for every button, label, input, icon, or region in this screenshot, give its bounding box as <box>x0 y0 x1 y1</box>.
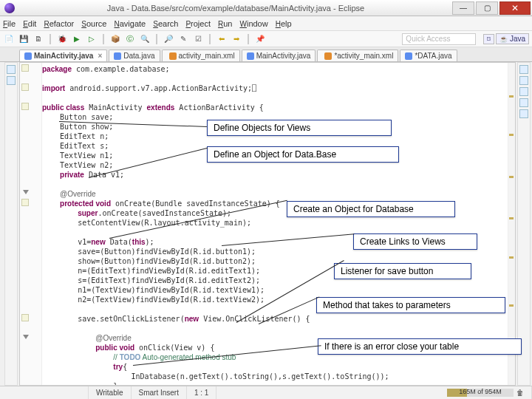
java-file-icon <box>247 52 254 60</box>
perspective-switcher: ⌑ ☕ Java <box>483 33 529 44</box>
fold-marker-icon[interactable] <box>21 103 29 110</box>
run-icon[interactable]: ▶ <box>71 33 83 45</box>
xml-file-icon <box>169 52 177 60</box>
annotation-callout: Create Links to Views <box>353 233 477 250</box>
tab-label: *DATA.java <box>415 52 451 60</box>
package-explorer-icon[interactable] <box>7 65 16 74</box>
forward-icon[interactable]: ➡ <box>231 33 242 45</box>
gc-icon[interactable]: 🗑 <box>516 389 524 397</box>
fold-marker-icon[interactable] <box>21 83 29 91</box>
menu-window[interactable]: Window <box>239 19 267 28</box>
editor-ruler <box>20 63 42 385</box>
back-icon[interactable]: ⬅ <box>216 33 228 45</box>
tab-label: MainActivity.java <box>256 52 311 60</box>
open-perspective-button[interactable]: ⌑ <box>483 34 494 44</box>
fold-marker-icon[interactable] <box>21 199 29 206</box>
debug-icon[interactable]: 🐞 <box>56 33 68 45</box>
status-writable: Writable <box>89 386 132 399</box>
main-toolbar: 📄 💾 🗎 🐞 ▶ ▷ 📦 Ⓒ 🔍 🔎 ✎ ☑ ⬅ ➡ 📌 Quick Acce… <box>0 31 532 47</box>
fold-marker-icon[interactable] <box>21 314 29 321</box>
save-icon[interactable]: 💾 <box>18 33 30 45</box>
status-cursor-pos: 1 : 1 <box>187 386 216 399</box>
menu-search[interactable]: Search <box>153 19 178 28</box>
close-button[interactable]: ✕ <box>499 1 531 15</box>
menu-bar: FileEditRefactorSourceNavigateSearchProj… <box>0 16 532 31</box>
close-tab-icon[interactable]: × <box>98 52 102 60</box>
tab-label: activity_main.xml <box>179 52 235 60</box>
eclipse-logo-icon <box>4 3 15 13</box>
right-trim <box>517 62 531 386</box>
outline-icon[interactable] <box>519 65 528 74</box>
minimize-button[interactable]: — <box>452 1 474 15</box>
java-file-icon <box>114 52 121 60</box>
code-editor[interactable]: package com.example.database; import and… <box>19 62 516 386</box>
editor-tab[interactable]: MainActivity.java <box>242 50 316 61</box>
menu-edit[interactable]: Edit <box>23 19 36 28</box>
editor-tabs: MainActivity.java×Data.javaactivity_main… <box>0 47 532 62</box>
menu-refactor[interactable]: Refactor <box>44 19 74 28</box>
menu-navigate[interactable]: Navigate <box>115 19 146 28</box>
menu-help[interactable]: Help <box>276 19 292 28</box>
open-type-icon[interactable]: 🔍 <box>139 33 151 45</box>
xml-file-icon <box>324 52 332 60</box>
pin-icon[interactable]: 📌 <box>254 33 266 45</box>
override-marker-icon <box>23 190 29 194</box>
java-file-icon <box>405 52 412 60</box>
menu-project[interactable]: Project <box>185 19 211 28</box>
editor-tab[interactable]: MainActivity.java× <box>19 50 107 61</box>
status-bar: Writable Smart Insert 1 : 1 165M of 954M… <box>0 386 532 399</box>
annotation-callout: Listener for save button <box>334 263 471 279</box>
editor-tab[interactable]: Data.java <box>109 50 160 61</box>
menu-file[interactable]: File <box>3 19 16 28</box>
tasklist-icon[interactable] <box>519 76 528 85</box>
annotation-callout: Method that takes to parameters <box>316 297 505 313</box>
editor-tab[interactable]: *activity_main.xml <box>317 50 398 61</box>
java-perspective-button[interactable]: ☕ Java <box>496 33 529 44</box>
window-title: Java - Data.Base/src/com/example/databas… <box>19 4 452 13</box>
title-bar: Java - Data.Base/src/com/example/databas… <box>0 0 532 16</box>
editor-tab[interactable]: activity_main.xml <box>162 50 240 61</box>
quick-access-input[interactable]: Quick Access <box>402 33 476 45</box>
menu-source[interactable]: Source <box>81 19 106 28</box>
annotation-callout: Define Objects for Views <box>207 120 392 136</box>
new-icon[interactable]: 📄 <box>3 33 15 45</box>
menu-run[interactable]: Run <box>218 19 232 28</box>
problems-icon[interactable] <box>519 87 528 96</box>
fold-marker-icon[interactable] <box>21 64 29 72</box>
search-icon[interactable]: 🔎 <box>163 33 174 45</box>
heap-status[interactable]: 165M of 954M 🗑 <box>440 386 532 399</box>
hierarchy-icon[interactable] <box>7 76 16 85</box>
annotation-callout: Define an Object for Data.Base <box>207 146 399 163</box>
code-text[interactable]: package com.example.database; import and… <box>42 64 506 385</box>
tab-label: MainActivity.java <box>34 52 93 60</box>
tab-label: *activity_main.xml <box>334 52 393 60</box>
run-last-icon[interactable]: ▷ <box>86 33 98 45</box>
left-trim <box>4 62 18 386</box>
java-file-icon <box>24 52 32 60</box>
minimize-view-icon[interactable] <box>519 98 528 107</box>
task-icon[interactable]: ☑ <box>192 33 204 45</box>
annotation-callout: Create an Object for Database <box>287 201 455 217</box>
new-package-icon[interactable]: 📦 <box>109 33 121 45</box>
overview-ruler <box>508 63 515 385</box>
tab-label: Data.java <box>123 52 154 60</box>
override-marker-icon <box>23 335 29 339</box>
annotation-callout: If there is an error close your table <box>318 338 522 355</box>
status-insert-mode: Smart Insert <box>132 386 187 399</box>
restore-view-icon[interactable] <box>519 109 528 118</box>
new-class-icon[interactable]: Ⓒ <box>124 33 136 45</box>
editor-tab[interactable]: *DATA.java <box>400 50 457 61</box>
annotate-icon[interactable]: ✎ <box>177 33 189 45</box>
maximize-button[interactable]: ▢ <box>476 1 498 15</box>
saveall-icon[interactable]: 🗎 <box>33 33 44 45</box>
